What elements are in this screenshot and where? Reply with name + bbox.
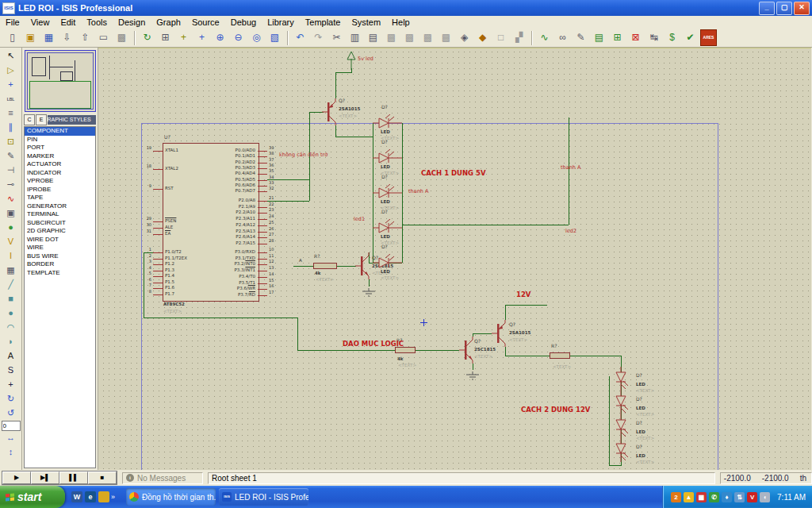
object-list-item-bus-wire[interactable]: BUS WIRE — [25, 252, 95, 261]
2d-line-icon[interactable]: ╱ — [2, 278, 20, 292]
instant-edit-icon[interactable]: ✎ — [2, 149, 20, 164]
maximize-button[interactable]: ▢ — [776, 2, 792, 15]
wire-segment[interactable] — [297, 318, 298, 350]
annotation-cach2[interactable]: CACH 2 DUNG 12V — [521, 406, 590, 414]
menu-system[interactable]: System — [346, 17, 386, 28]
led-2-d4[interactable] — [612, 438, 630, 462]
object-list-item-component[interactable]: COMPONENT — [25, 127, 95, 136]
object-list-item-2d-graphic[interactable]: 2D GRAPHIC — [25, 227, 95, 236]
2d-circle-icon[interactable]: ● — [2, 306, 20, 321]
antivirus-v-icon[interactable]: V — [747, 492, 757, 502]
graph-icon[interactable]: ∿ — [2, 192, 20, 206]
print-icon[interactable]: ▭ — [95, 29, 112, 46]
power-terminal-5v[interactable] — [345, 49, 358, 70]
mcu-pin[interactable] — [258, 151, 267, 152]
menu-source[interactable]: Source — [186, 17, 225, 28]
mcu-pin[interactable] — [258, 295, 267, 296]
mcu-pin[interactable] — [258, 201, 267, 202]
object-list-item-pin[interactable]: PIN — [25, 136, 95, 144]
object-list-item-generator[interactable]: GENERATOR — [25, 202, 95, 211]
current-probe-icon[interactable]: I — [2, 249, 20, 264]
wire-segment[interactable] — [505, 356, 550, 356]
mcu-pin[interactable] — [258, 186, 267, 187]
annotation-cach1[interactable]: CACH 1 DUNG 5V — [421, 169, 486, 177]
object-list-item-template[interactable]: TEMPLATE — [25, 269, 95, 278]
led-part[interactable]: LED — [381, 269, 390, 274]
virtual-instruments-icon[interactable]: ▦ — [2, 264, 20, 278]
resistor[interactable] — [395, 347, 416, 353]
zoom-all-icon[interactable]: ◎ — [248, 29, 265, 46]
mcu-pin[interactable] — [258, 213, 267, 214]
undo-icon[interactable]: ↶ — [292, 29, 308, 46]
resistor-value[interactable]: 4k — [315, 271, 321, 275]
ground-symbol[interactable] — [465, 370, 481, 379]
menu-file[interactable]: File — [0, 17, 25, 28]
task-button[interactable]: Đồng hồ thời gian th... — [126, 488, 216, 506]
sheet-border[interactable] — [141, 123, 718, 124]
object-list-item-indicator[interactable]: INDICATOR — [25, 169, 95, 178]
menu-tools[interactable]: Tools — [81, 17, 113, 28]
inter-sheet-terminal-icon[interactable]: ⊣ — [2, 164, 20, 178]
mcu-part[interactable]: AT89C52 — [163, 302, 185, 306]
word-icon[interactable]: W — [71, 491, 82, 502]
mcu-pin[interactable] — [153, 283, 163, 283]
pick-device-icon[interactable]: ◈ — [456, 29, 473, 46]
wire-segment[interactable] — [293, 266, 313, 267]
mcu-pin[interactable] — [258, 191, 267, 192]
mcu-pin[interactable] — [258, 225, 267, 226]
cut-icon[interactable]: ✂ — [328, 29, 345, 46]
resistor-value[interactable]: 4k — [397, 356, 404, 361]
shield-icon[interactable]: ▲ — [684, 492, 694, 502]
2d-symbol-icon[interactable]: S — [2, 364, 20, 378]
mcu-ref[interactable]: U? — [164, 134, 170, 140]
menu-graph[interactable]: Graph — [151, 17, 186, 28]
2d-text-icon[interactable]: A — [2, 349, 20, 364]
annotation-thanh-a[interactable]: thanh A — [408, 188, 428, 194]
menu-template[interactable]: Template — [300, 17, 347, 28]
text-script-icon[interactable]: ≡ — [2, 106, 20, 121]
wire-autorouter-icon[interactable]: ∿ — [536, 29, 553, 46]
ground-symbol[interactable] — [361, 287, 377, 296]
power-label-12v[interactable]: 12V — [516, 291, 530, 298]
mcu-pin[interactable] — [153, 234, 163, 235]
origin-icon[interactable]: + — [175, 29, 192, 46]
schematic-canvas[interactable]: 5v ledQ?2SA1015<TEXT>Q?2SC1815<TEXT>Q?2S… — [98, 48, 811, 470]
led-2-d1[interactable] — [612, 367, 630, 391]
wire-segment[interactable] — [335, 72, 352, 73]
volume-icon[interactable]: ◖ — [760, 492, 770, 502]
component-icon[interactable]: ▷ — [2, 64, 20, 78]
led-part[interactable]: LED — [381, 199, 390, 204]
annotation-led1[interactable]: led1 — [354, 216, 365, 222]
decompose-icon[interactable]: ▞ — [511, 29, 527, 46]
led-ref[interactable]: D? — [381, 209, 388, 214]
flip-vertical-icon[interactable]: ↕ — [2, 445, 20, 460]
import-section-icon[interactable]: ⇩ — [59, 29, 75, 46]
wire-segment[interactable] — [505, 305, 547, 306]
play-button[interactable]: ▶ — [2, 471, 31, 484]
object-list-item-vprobe[interactable]: VPROBE — [25, 177, 95, 186]
led-part[interactable]: LED — [636, 453, 645, 458]
transistor-ref[interactable]: Q? — [339, 98, 345, 103]
pause-button[interactable]: ▌▌ — [59, 471, 88, 484]
task-button[interactable]: ISISLED ROI - ISIS Profes... — [219, 488, 308, 506]
selector-button-e[interactable]: E — [36, 114, 47, 125]
copy-icon[interactable]: ▥ — [347, 29, 363, 46]
mcu-pin[interactable] — [258, 174, 267, 175]
annotation-dao-muc-logic[interactable]: DAO MUC LOGIC — [343, 340, 404, 348]
new-design-icon[interactable]: ▯ — [4, 29, 21, 46]
packaging-tool-icon[interactable]: □ — [492, 29, 509, 46]
transistor-ref[interactable]: Q? — [474, 338, 481, 344]
rotation-angle-input[interactable] — [2, 421, 21, 431]
mcu-pin[interactable] — [258, 244, 267, 244]
object-list-item-terminal[interactable]: TERMINAL — [25, 210, 95, 219]
mcu-pin[interactable] — [258, 219, 267, 220]
generator-icon[interactable]: ● — [2, 221, 20, 235]
property-assignment-icon[interactable]: ✎ — [573, 29, 589, 46]
tape-recorder-icon[interactable]: ▣ — [2, 206, 20, 221]
object-list-item-border[interactable]: BORDER — [25, 260, 95, 269]
title-bar[interactable]: ISIS LED ROI - ISIS Professional _▢✕ — [0, 0, 812, 16]
export-section-icon[interactable]: ⇧ — [77, 29, 94, 46]
mcu-pin[interactable] — [153, 189, 163, 190]
power-label-5v[interactable]: 5v led — [358, 56, 373, 62]
remove-sheet-icon[interactable]: ⊠ — [627, 29, 644, 46]
